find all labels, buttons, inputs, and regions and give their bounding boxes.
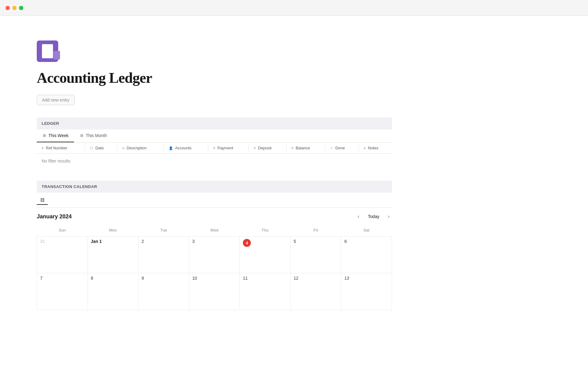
calendar-day-12[interactable]: 12 xyxy=(290,273,341,310)
calendar-section-header: TRANSACTION CALENDAR xyxy=(37,181,392,193)
check-icon-done: ✓ xyxy=(330,146,333,150)
calendar-today-button[interactable]: Today xyxy=(365,213,382,220)
calendar-day-11[interactable]: 11 xyxy=(240,273,291,310)
calendar-day-9[interactable]: 9 xyxy=(138,273,189,310)
tab-this-month[interactable]: ⊞ This Month xyxy=(74,129,112,142)
hash-icon-deposit: # xyxy=(254,146,256,150)
calendar-day-4[interactable]: 4 xyxy=(240,236,291,273)
calendar-view-button[interactable]: ⊟ xyxy=(37,195,48,205)
calendar-view-row: ⊟ xyxy=(37,193,392,208)
calendar-day-10[interactable]: 10 xyxy=(189,273,240,310)
col-payment[interactable]: # Payment xyxy=(208,143,249,154)
dow-sat: Sat xyxy=(341,225,392,236)
calendar-day-2[interactable]: 2 xyxy=(138,236,189,273)
calendar-section: TRANSACTION CALENDAR ⊟ January 2024 ‹ To… xyxy=(37,181,392,310)
calendar-day-1[interactable]: Jan 1 xyxy=(88,236,138,273)
calendar-icon-date: ☐ xyxy=(90,146,93,150)
calendar-next-button[interactable]: › xyxy=(386,213,392,220)
dow-sun: Sun xyxy=(37,225,88,236)
dow-thu: Thu xyxy=(240,225,291,236)
titlebar xyxy=(0,0,588,16)
col-ref-number[interactable]: # Ref Number xyxy=(37,143,85,154)
col-accounts[interactable]: 👤 Accounts xyxy=(164,143,208,154)
col-done[interactable]: ✓ Done xyxy=(325,143,359,154)
calendar-day-0[interactable]: 31 xyxy=(37,236,88,273)
calendar-day-8[interactable]: 8 xyxy=(88,273,138,310)
calendar-nav: ‹ Today › xyxy=(355,213,392,220)
maximize-button[interactable] xyxy=(19,6,23,10)
tab-this-week[interactable]: ⊞ This Week xyxy=(37,129,74,142)
dow-wed: Wed xyxy=(189,225,240,236)
hash-icon-payment: # xyxy=(213,146,215,150)
ledger-section-header: LEDGER xyxy=(37,117,392,129)
calendar-day-7[interactable]: 7 xyxy=(37,273,88,310)
calendar-month-title: January 2024 xyxy=(37,213,72,220)
calendar-day-6[interactable]: 6 xyxy=(341,236,392,273)
col-balance[interactable]: # Balance xyxy=(286,143,325,154)
page-title: Accounting Ledger xyxy=(37,69,392,86)
ledger-table: # Ref Number ☐ Date ≡ Description 👤 Acco… xyxy=(37,143,392,168)
calendar-grid: Sun Mon Tue Wed Thu Fri Sat 31Jan 123456… xyxy=(37,225,392,310)
col-notes[interactable]: ≡ Notes xyxy=(359,143,392,154)
add-entry-button[interactable]: Add new entry xyxy=(37,95,75,105)
dow-tue: Tue xyxy=(138,225,189,236)
hash-icon-balance: # xyxy=(292,146,293,150)
calendar-prev-button[interactable]: ‹ xyxy=(355,213,362,220)
lines-icon-desc: ≡ xyxy=(122,146,124,150)
hash-icon-ref: # xyxy=(42,146,43,150)
dow-mon: Mon xyxy=(88,225,138,236)
table-icon-month: ⊞ xyxy=(80,133,84,138)
close-button[interactable] xyxy=(6,6,10,10)
col-description[interactable]: ≡ Description xyxy=(117,143,164,154)
minimize-button[interactable] xyxy=(12,6,17,10)
main-content: Accounting Ledger Add new entry LEDGER ⊞… xyxy=(0,16,429,328)
calendar-grid-icon: ⊟ xyxy=(40,197,44,203)
calendar-header: January 2024 ‹ Today › xyxy=(37,213,392,220)
col-date[interactable]: ☐ Date xyxy=(85,143,117,154)
calendar-day-3[interactable]: 3 xyxy=(189,236,240,273)
no-filter-message: No filter results. xyxy=(37,154,392,169)
dow-fri: Fri xyxy=(290,225,341,236)
ledger-tabs: ⊞ This Week ⊞ This Month xyxy=(37,129,392,143)
col-deposit[interactable]: # Deposit xyxy=(249,143,286,154)
calendar-day-13[interactable]: 13 xyxy=(341,273,392,310)
app-icon xyxy=(37,40,58,62)
table-icon-week: ⊞ xyxy=(42,133,47,138)
lines-icon-notes: ≡ xyxy=(364,146,366,150)
person-icon-accounts: 👤 xyxy=(169,146,173,150)
calendar-day-5[interactable]: 5 xyxy=(290,236,341,273)
